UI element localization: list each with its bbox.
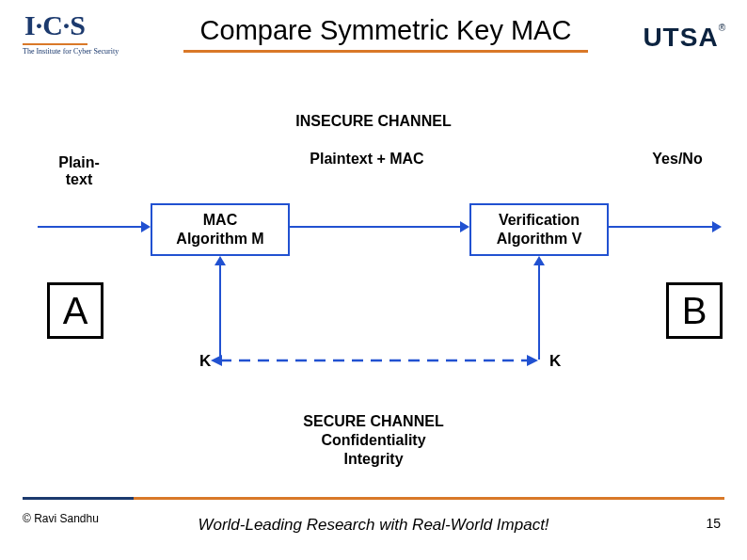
footer-tagline: World-Leading Research with Real-World I… xyxy=(0,516,747,535)
label-insecure-channel: INSECURE CHANNEL xyxy=(0,113,747,130)
arrow-k-to-verify xyxy=(538,265,540,360)
arrowhead-mac-to-verify xyxy=(460,221,469,232)
title-block: Compare Symmetric Key MAC xyxy=(169,15,602,53)
trademark-icon: ® xyxy=(719,23,726,33)
label-key-right: K xyxy=(549,352,561,371)
box-verification-algorithm: Verification Algorithm V xyxy=(469,203,609,256)
arrowhead-k-to-verify xyxy=(533,256,545,265)
logo-ics-sub: The Institute for Cyber Security xyxy=(23,47,150,56)
logo-utsa: UTSA® xyxy=(643,23,726,53)
logo-ics: I·C·S The Institute for Cyber Security xyxy=(23,9,150,56)
arrow-k-to-mac xyxy=(219,265,221,360)
label-yes-no: Yes/No xyxy=(640,151,715,168)
logo-utsa-text: UTSA xyxy=(643,23,718,52)
label-plaintext: Plain- text xyxy=(51,154,107,188)
svg-marker-2 xyxy=(527,355,538,366)
label-plaintext-mac: Plaintext + MAC xyxy=(282,151,452,168)
arrow-mac-to-verify xyxy=(290,226,460,228)
party-b-box: B xyxy=(666,282,723,339)
svg-marker-1 xyxy=(211,355,222,366)
label-key-left: K xyxy=(199,352,211,371)
arrowhead-k-to-mac xyxy=(215,256,226,265)
arrowhead-plaintext-to-mac xyxy=(141,221,151,232)
logo-ics-main: I·C·S xyxy=(23,9,87,45)
secure-channel-line xyxy=(211,353,538,372)
party-a-box: A xyxy=(47,282,103,339)
footer-rule-blue xyxy=(23,497,134,500)
footer-rule-orange xyxy=(134,497,724,500)
arrow-plaintext-to-mac xyxy=(38,226,141,228)
slide-title: Compare Symmetric Key MAC xyxy=(169,15,602,46)
title-underline xyxy=(183,50,588,53)
slide: I·C·S The Institute for Cyber Security C… xyxy=(0,0,747,560)
arrowhead-verify-to-yesno xyxy=(712,221,722,232)
footer-page-number: 15 xyxy=(706,516,721,531)
label-secure-channel: SECURE CHANNEL Confidentiality Integrity xyxy=(0,412,747,469)
arrow-verify-to-yesno xyxy=(609,226,712,228)
box-mac-algorithm: MAC Algorithm M xyxy=(151,203,290,256)
